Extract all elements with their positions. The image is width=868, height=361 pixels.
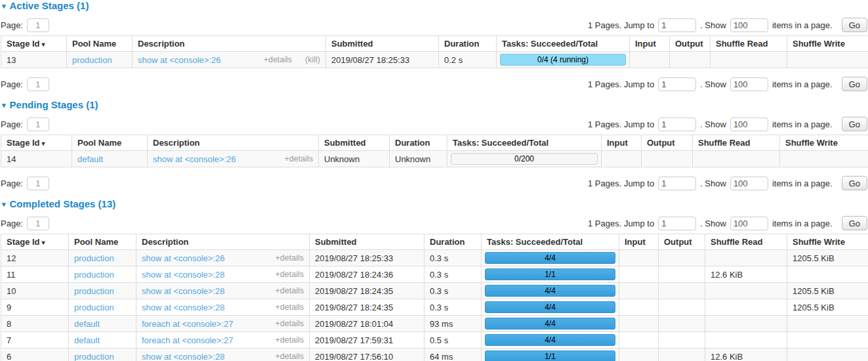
col-header-description[interactable]: Description: [136, 234, 310, 250]
items-per-page-label: items in a page.: [772, 20, 833, 30]
jump-to-page-input[interactable]: [658, 217, 696, 230]
pool-name-link[interactable]: default: [74, 319, 100, 329]
col-header-input[interactable]: Input: [619, 234, 659, 250]
col-header-shuffle-write[interactable]: Shuffle Write: [787, 234, 868, 250]
col-header-submitted[interactable]: Submitted: [326, 36, 439, 52]
details-toggle[interactable]: +details: [276, 286, 304, 295]
col-header-shuffle-read[interactable]: Shuffle Read: [711, 36, 787, 52]
go-button[interactable]: Go: [842, 176, 867, 190]
details-toggle[interactable]: +details: [276, 303, 304, 312]
submitted-cell: 2019/08/27 17:56:10: [310, 349, 424, 361]
col-header-stage-id[interactable]: Stage Id▾: [1, 234, 69, 250]
submitted-cell: 2019/08/27 18:24:36: [310, 266, 424, 283]
col-header-pool-name[interactable]: Pool Name: [72, 135, 148, 151]
col-header-input[interactable]: Input: [630, 36, 670, 52]
col-header-duration[interactable]: Duration: [424, 234, 482, 250]
items-per-page-label: items in a page.: [772, 179, 833, 188]
pool-name-cell: production: [69, 299, 136, 316]
show-items-input[interactable]: [730, 177, 768, 190]
col-header-shuffle-write[interactable]: Shuffle Write: [780, 135, 868, 151]
description-link[interactable]: show at <console>:28: [142, 286, 224, 296]
stage-row-13: 13productionshow at <console>:26+details…: [1, 52, 868, 68]
description-cell: show at <console>:26+details: [148, 151, 319, 167]
details-toggle[interactable]: +details: [276, 335, 304, 345]
stage-id-cell: 7: [1, 332, 69, 349]
col-header-duration[interactable]: Duration: [390, 135, 447, 151]
details-toggle[interactable]: +details: [276, 253, 304, 263]
kill-link[interactable]: (kill): [305, 55, 320, 64]
details-toggle[interactable]: +details: [276, 270, 304, 279]
col-header-duration[interactable]: Duration: [439, 36, 497, 52]
pool-name-link[interactable]: default: [74, 335, 100, 345]
show-label: . Show: [700, 179, 726, 188]
col-header-output[interactable]: Output: [642, 135, 693, 151]
jump-to-page-input[interactable]: [658, 18, 696, 32]
pool-name-link[interactable]: default: [77, 154, 103, 164]
show-items-input[interactable]: [730, 77, 768, 91]
col-header-output[interactable]: Output: [670, 36, 711, 52]
section-completed-stages: ▾Completed Stages (13)Page:1 Pages. Jump…: [1, 199, 867, 361]
pool-name-link[interactable]: production: [74, 286, 114, 296]
go-button[interactable]: Go: [842, 216, 867, 230]
col-header-tasks-succeeded-total[interactable]: Tasks: Succeeded/Total: [482, 234, 619, 250]
details-toggle[interactable]: +details: [276, 352, 304, 361]
completed-stages-header[interactable]: ▾Completed Stages (13): [2, 199, 867, 209]
col-header-stage-id[interactable]: Stage Id▾: [1, 135, 72, 151]
col-header-pool-name[interactable]: Pool Name: [67, 36, 133, 52]
pool-name-cell: production: [69, 349, 136, 361]
pool-name-link[interactable]: production: [74, 352, 114, 361]
description-link[interactable]: show at <console>:26: [138, 55, 220, 65]
description-cell: show at <console>:28+details: [136, 266, 310, 283]
input-cell: [619, 349, 659, 361]
col-header-shuffle-read[interactable]: Shuffle Read: [705, 234, 787, 250]
col-header-output[interactable]: Output: [659, 234, 705, 250]
output-cell: [670, 52, 711, 68]
pool-name-cell: default: [72, 151, 148, 167]
description-link[interactable]: show at <console>:26: [153, 154, 236, 164]
page-input[interactable]: [27, 77, 49, 91]
description-link[interactable]: show at <console>:28: [142, 303, 224, 312]
page-input[interactable]: [27, 177, 49, 190]
pending-stages-header[interactable]: ▾Pending Stages (1): [2, 100, 867, 110]
page-input[interactable]: [27, 117, 49, 131]
show-items-input[interactable]: [730, 217, 768, 230]
show-items-input[interactable]: [730, 117, 768, 131]
shuffle-read-cell: [711, 52, 787, 68]
show-items-input[interactable]: [730, 18, 768, 32]
col-header-stage-id[interactable]: Stage Id▾: [1, 36, 67, 52]
jump-to-page-input[interactable]: [658, 117, 696, 131]
active-stages-header[interactable]: ▾Active Stages (1): [2, 1, 867, 11]
description-link[interactable]: show at <console>:28: [142, 270, 224, 280]
description-link[interactable]: foreach at <console>:27: [142, 335, 234, 345]
pool-name-link[interactable]: production: [74, 303, 114, 312]
description-link[interactable]: show at <console>:28: [142, 352, 224, 361]
submitted-cell: 2019/08/27 18:24:35: [310, 299, 424, 316]
pool-name-link[interactable]: production: [74, 270, 114, 280]
task-progress-bar: 4/4: [485, 252, 615, 264]
details-toggle[interactable]: +details: [264, 55, 292, 64]
description-link[interactable]: show at <console>:26: [142, 253, 224, 263]
col-header-shuffle-read[interactable]: Shuffle Read: [693, 135, 780, 151]
pages-count-text: 1 Pages. Jump to: [588, 20, 654, 30]
details-toggle[interactable]: +details: [276, 319, 304, 328]
col-header-tasks-succeeded-total[interactable]: Tasks: Succeeded/Total: [497, 36, 630, 52]
col-header-input[interactable]: Input: [602, 135, 642, 151]
col-header-description[interactable]: Description: [148, 135, 319, 151]
description-link[interactable]: foreach at <console>:27: [142, 319, 234, 329]
col-header-pool-name[interactable]: Pool Name: [69, 234, 136, 250]
jump-to-page-input[interactable]: [658, 77, 696, 91]
page-input[interactable]: [27, 217, 49, 230]
col-header-submitted[interactable]: Submitted: [310, 234, 424, 250]
col-header-submitted[interactable]: Submitted: [319, 135, 390, 151]
col-header-description[interactable]: Description: [133, 36, 326, 52]
col-header-tasks-succeeded-total[interactable]: Tasks: Succeeded/Total: [447, 135, 602, 151]
pool-name-link[interactable]: production: [74, 253, 114, 263]
page-input[interactable]: [27, 18, 49, 32]
go-button[interactable]: Go: [842, 77, 867, 91]
col-header-shuffle-write[interactable]: Shuffle Write: [787, 36, 868, 52]
go-button[interactable]: Go: [842, 18, 867, 32]
pool-name-link[interactable]: production: [72, 55, 112, 65]
jump-to-page-input[interactable]: [658, 177, 696, 190]
details-toggle[interactable]: +details: [285, 154, 313, 163]
go-button[interactable]: Go: [842, 117, 867, 131]
